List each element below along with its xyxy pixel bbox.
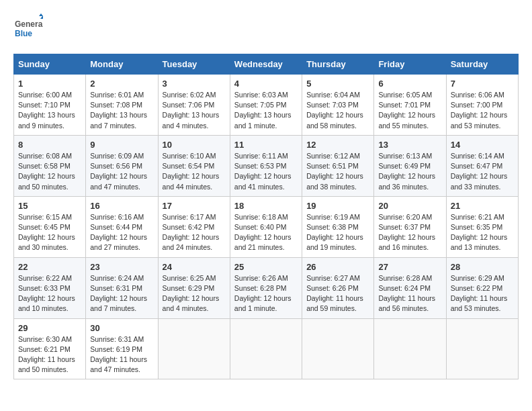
logo: General Blue — [13, 13, 43, 43]
calendar-cell: 12 Sunrise: 6:12 AMSunset: 6:51 PMDaylig… — [302, 135, 374, 196]
day-info: Sunrise: 6:11 AMSunset: 6:53 PMDaylight:… — [234, 152, 292, 191]
calendar-cell: 28 Sunrise: 6:29 AMSunset: 6:22 PMDaylig… — [446, 257, 518, 318]
day-info: Sunrise: 6:22 AMSunset: 6:33 PMDaylight:… — [18, 274, 75, 313]
day-info: Sunrise: 6:06 AMSunset: 7:00 PMDaylight:… — [451, 91, 508, 130]
calendar-cell: 6 Sunrise: 6:05 AMSunset: 7:01 PMDayligh… — [374, 75, 446, 136]
day-number: 7 — [451, 79, 514, 89]
day-info: Sunrise: 6:27 AMSunset: 6:26 PMDaylight:… — [306, 274, 363, 313]
day-number: 4 — [234, 79, 298, 89]
day-info: Sunrise: 6:03 AMSunset: 7:05 PMDaylight:… — [234, 91, 292, 130]
calendar-cell: 9 Sunrise: 6:09 AMSunset: 6:56 PMDayligh… — [86, 135, 158, 196]
day-number: 24 — [163, 262, 226, 272]
day-info: Sunrise: 6:01 AMSunset: 7:08 PMDaylight:… — [90, 91, 147, 130]
day-info: Sunrise: 6:21 AMSunset: 6:35 PMDaylight:… — [451, 213, 508, 252]
calendar-cell: 30 Sunrise: 6:31 AMSunset: 6:19 PMDaylig… — [86, 318, 158, 379]
day-number: 25 — [234, 262, 298, 272]
weekday-header-saturday: Saturday — [446, 54, 518, 75]
calendar-cell: 3 Sunrise: 6:02 AMSunset: 7:06 PMDayligh… — [158, 75, 230, 136]
day-number: 21 — [451, 201, 514, 211]
weekday-header-wednesday: Wednesday — [230, 54, 302, 75]
day-info: Sunrise: 6:13 AMSunset: 6:49 PMDaylight:… — [378, 152, 435, 191]
day-number: 13 — [378, 140, 441, 150]
calendar-cell — [374, 318, 446, 379]
day-info: Sunrise: 6:05 AMSunset: 7:01 PMDaylight:… — [378, 91, 435, 130]
calendar-cell: 25 Sunrise: 6:26 AMSunset: 6:28 PMDaylig… — [230, 257, 302, 318]
weekday-header-monday: Monday — [86, 54, 158, 75]
day-info: Sunrise: 6:09 AMSunset: 6:56 PMDaylight:… — [90, 152, 147, 191]
day-info: Sunrise: 6:30 AMSunset: 6:21 PMDaylight:… — [18, 335, 75, 374]
day-number: 9 — [90, 140, 153, 150]
calendar-cell: 21 Sunrise: 6:21 AMSunset: 6:35 PMDaylig… — [446, 196, 518, 257]
calendar-cell: 1 Sunrise: 6:00 AMSunset: 7:10 PMDayligh… — [14, 75, 86, 136]
day-number: 1 — [18, 79, 81, 89]
calendar-cell: 11 Sunrise: 6:11 AMSunset: 6:53 PMDaylig… — [230, 135, 302, 196]
day-number: 17 — [163, 201, 226, 211]
day-number: 27 — [378, 262, 441, 272]
day-info: Sunrise: 6:20 AMSunset: 6:37 PMDaylight:… — [378, 213, 435, 252]
calendar-cell: 4 Sunrise: 6:03 AMSunset: 7:05 PMDayligh… — [230, 75, 302, 136]
day-info: Sunrise: 6:15 AMSunset: 6:45 PMDaylight:… — [18, 213, 75, 252]
day-number: 26 — [306, 262, 369, 272]
calendar-cell: 27 Sunrise: 6:28 AMSunset: 6:24 PMDaylig… — [374, 257, 446, 318]
day-number: 8 — [18, 140, 81, 150]
day-info: Sunrise: 6:10 AMSunset: 6:54 PMDaylight:… — [163, 152, 220, 191]
logo-icon: General Blue — [13, 13, 43, 43]
svg-text:Blue: Blue — [15, 29, 32, 38]
day-number: 6 — [378, 79, 441, 89]
day-number: 30 — [90, 323, 153, 333]
day-number: 14 — [451, 140, 514, 150]
calendar-cell: 17 Sunrise: 6:17 AMSunset: 6:42 PMDaylig… — [158, 196, 230, 257]
calendar-cell: 10 Sunrise: 6:10 AMSunset: 6:54 PMDaylig… — [158, 135, 230, 196]
day-info: Sunrise: 6:19 AMSunset: 6:38 PMDaylight:… — [306, 213, 363, 252]
day-number: 18 — [234, 201, 298, 211]
weekday-header-thursday: Thursday — [302, 54, 374, 75]
calendar-cell: 26 Sunrise: 6:27 AMSunset: 6:26 PMDaylig… — [302, 257, 374, 318]
calendar-table: SundayMondayTuesdayWednesdayThursdayFrid… — [13, 54, 519, 379]
calendar-cell — [302, 318, 374, 379]
day-info: Sunrise: 6:24 AMSunset: 6:31 PMDaylight:… — [90, 274, 147, 313]
weekday-header-sunday: Sunday — [14, 54, 86, 75]
calendar-cell — [158, 318, 230, 379]
day-info: Sunrise: 6:08 AMSunset: 6:58 PMDaylight:… — [18, 152, 75, 191]
day-number: 3 — [163, 79, 226, 89]
calendar-cell: 20 Sunrise: 6:20 AMSunset: 6:37 PMDaylig… — [374, 196, 446, 257]
day-number: 5 — [306, 79, 369, 89]
calendar-cell: 24 Sunrise: 6:25 AMSunset: 6:29 PMDaylig… — [158, 257, 230, 318]
day-info: Sunrise: 6:26 AMSunset: 6:28 PMDaylight:… — [234, 274, 292, 313]
day-number: 12 — [306, 140, 369, 150]
calendar-cell: 14 Sunrise: 6:14 AMSunset: 6:47 PMDaylig… — [446, 135, 518, 196]
calendar-cell: 8 Sunrise: 6:08 AMSunset: 6:58 PMDayligh… — [14, 135, 86, 196]
calendar-cell: 16 Sunrise: 6:16 AMSunset: 6:44 PMDaylig… — [86, 196, 158, 257]
day-number: 10 — [163, 140, 226, 150]
page-header: General Blue — [13, 13, 519, 43]
calendar-cell: 15 Sunrise: 6:15 AMSunset: 6:45 PMDaylig… — [14, 196, 86, 257]
day-info: Sunrise: 6:28 AMSunset: 6:24 PMDaylight:… — [378, 274, 435, 313]
calendar-cell: 18 Sunrise: 6:18 AMSunset: 6:40 PMDaylig… — [230, 196, 302, 257]
day-number: 29 — [18, 323, 81, 333]
weekday-header-tuesday: Tuesday — [158, 54, 230, 75]
day-number: 22 — [18, 262, 81, 272]
calendar-cell: 13 Sunrise: 6:13 AMSunset: 6:49 PMDaylig… — [374, 135, 446, 196]
svg-marker-2 — [39, 13, 43, 16]
svg-text:General: General — [15, 19, 43, 29]
day-number: 28 — [451, 262, 514, 272]
calendar-cell — [230, 318, 302, 379]
day-info: Sunrise: 6:02 AMSunset: 7:06 PMDaylight:… — [163, 91, 220, 130]
day-info: Sunrise: 6:18 AMSunset: 6:40 PMDaylight:… — [234, 213, 292, 252]
day-info: Sunrise: 6:17 AMSunset: 6:42 PMDaylight:… — [163, 213, 220, 252]
calendar-cell: 7 Sunrise: 6:06 AMSunset: 7:00 PMDayligh… — [446, 75, 518, 136]
calendar-cell: 2 Sunrise: 6:01 AMSunset: 7:08 PMDayligh… — [86, 75, 158, 136]
day-info: Sunrise: 6:00 AMSunset: 7:10 PMDaylight:… — [18, 91, 75, 130]
day-number: 20 — [378, 201, 441, 211]
calendar-cell: 19 Sunrise: 6:19 AMSunset: 6:38 PMDaylig… — [302, 196, 374, 257]
day-info: Sunrise: 6:16 AMSunset: 6:44 PMDaylight:… — [90, 213, 147, 252]
day-info: Sunrise: 6:14 AMSunset: 6:47 PMDaylight:… — [451, 152, 508, 191]
day-number: 19 — [306, 201, 369, 211]
day-info: Sunrise: 6:29 AMSunset: 6:22 PMDaylight:… — [451, 274, 508, 313]
calendar-cell: 23 Sunrise: 6:24 AMSunset: 6:31 PMDaylig… — [86, 257, 158, 318]
day-info: Sunrise: 6:31 AMSunset: 6:19 PMDaylight:… — [90, 335, 147, 374]
calendar-cell: 22 Sunrise: 6:22 AMSunset: 6:33 PMDaylig… — [14, 257, 86, 318]
calendar-cell: 5 Sunrise: 6:04 AMSunset: 7:03 PMDayligh… — [302, 75, 374, 136]
day-info: Sunrise: 6:04 AMSunset: 7:03 PMDaylight:… — [306, 91, 363, 130]
day-number: 2 — [90, 79, 153, 89]
